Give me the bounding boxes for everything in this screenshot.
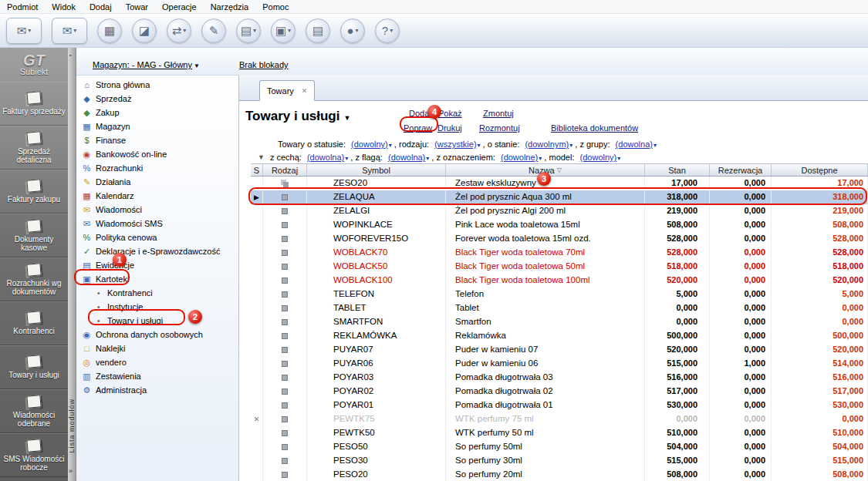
filter-z-grupy[interactable]: (dowolna)▾ [616,140,657,149]
menu-item-operacje[interactable]: Operacje [155,2,204,12]
dropdown-arrow-icon[interactable]: ▾ [253,27,256,34]
table-row-pewtk75[interactable]: ✕PEWTK75WTK perfumy 75 ml0,0000,0000,000 [251,412,868,426]
sidebar-item-faktury-zakupu[interactable]: Faktury zakupu [0,170,68,214]
tree-item-naklejki[interactable]: □Naklejki [76,341,238,355]
action-rozmontuj[interactable]: Rozmontuj [479,123,520,133]
table-row-puyar06[interactable]: PUYAR06Puder w kamieniu 06515,0001,00051… [251,357,868,371]
filter-z-flagą[interactable]: (dowolna)▾ [388,153,429,162]
filter-towary-o-statusie[interactable]: (dowolny)▾ [351,140,392,149]
tree-item-bankowość-on-line[interactable]: ◉Bankowość on-line [76,147,238,161]
action-zmontuj[interactable]: Zmontuj [483,109,514,118]
menu-item-towar[interactable]: Towar [119,2,155,12]
table-row-wopinklace[interactable]: WOPINKLACEPink Lace woda toaletowa 15ml5… [251,218,868,232]
tree-item-polityka-cenowa[interactable]: %Polityka cenowa [76,230,238,244]
tree-item-towary-i-usługi[interactable]: •Towary i usługi [76,314,238,328]
table-row-woblack70[interactable]: WOBLACK70Black Tiger woda toaletowa 70ml… [251,246,868,260]
warehouse-selector[interactable]: Magazyn: - MAG - Główny▼ [93,60,200,69]
filter-rodzaju[interactable]: (wszystkie)▾ [434,140,480,149]
dropdown-arrow-icon[interactable]: ▾ [28,27,31,34]
action-pokaż[interactable]: Pokaż [438,109,462,118]
filter-model[interactable]: (dowolny)▾ [580,153,621,162]
menu-item-dodaj[interactable]: Dodaj [83,2,119,12]
table-row-poyar02[interactable]: POYAR02Pomadka długotrwała 02517,0000,00… [251,385,868,399]
table-row-puyar07[interactable]: PUYAR07Puder w kamieniu 07520,0000,00052… [251,343,868,357]
tab-towary[interactable]: Towary ✕ [259,80,315,101]
tree-item-strona-główna[interactable]: ⌂Strona główna [76,78,238,92]
library-link[interactable]: Biblioteka dokumentów [551,123,638,133]
help-button[interactable]: ?▾ [375,18,400,43]
column-header-stan[interactable]: Stan [645,164,710,176]
close-icon[interactable]: ✕ [302,87,308,95]
tree-item-działania[interactable]: ✎Działania [76,175,238,189]
table-row-peso50[interactable]: PESO50So perfumy 50ml504,0000,000504,000 [251,440,868,454]
column-header-symbol[interactable]: Symbol [307,164,446,176]
filter-o-stanie[interactable]: (dowolnym)▾ [525,140,572,149]
module-list-strip[interactable]: ▪ Lista modułów » [68,48,76,481]
tree-item-kartoteki[interactable]: ▣Kartoteki [76,272,238,286]
dropdown-arrow-icon[interactable]: ▾ [356,27,359,34]
dropdown-arrow-icon[interactable]: ▾ [73,27,76,34]
menu-item-podmiot[interactable]: Podmiot [0,2,45,12]
tree-item-wiadomości[interactable]: ✉Wiadomości [76,203,238,217]
tree-item-rozrachunki[interactable]: %Rozrachunki [76,161,238,175]
column-header-s[interactable]: S [251,164,263,176]
tree-item-kontrahenci[interactable]: •Kontrahenci [76,286,238,300]
save-button[interactable]: ▦ [97,18,122,43]
sidebar-item-towary-i-usługi[interactable]: Towary i usługi [0,345,68,389]
table-row-reklamówka[interactable]: REKLAMÓWKAReklamówka500,0000,000500,000 [251,329,868,343]
table-row-woforever15o[interactable]: WOFOREVER15OForever woda toaletowa 15ml … [251,232,868,246]
tree-item-zakup[interactable]: ◆Zakup [76,106,238,119]
table-row-woblack100[interactable]: WOBLACK100Black Tiger woda toaletowa 100… [251,274,868,288]
sidebar-item-sprzedaż-detaliczna[interactable]: Sprzedaż detaliczna [0,126,68,170]
stamp-button[interactable]: ✎ [201,18,226,43]
column-header-rodzaj[interactable]: Rodzaj [263,164,307,176]
sidebar-item-kontrahenci[interactable]: Kontrahenci [0,301,68,345]
tree-item-instytucje[interactable]: •Instytucje [76,300,238,314]
online-button[interactable]: ●▾ [340,18,365,43]
dropdown-arrow-icon[interactable]: ▾ [390,27,393,34]
table-row-peso30[interactable]: PESO30So perfumy 30ml515,0000,000515,000 [251,454,868,468]
table-row-poyar01[interactable]: POYAR01Pomadka długotrwała 01530,0000,00… [251,399,868,412]
tree-item-magazyn[interactable]: ▦Magazyn [76,119,238,133]
filter-z-oznaczeniem[interactable]: (dowolne)▾ [501,153,542,162]
table-row-smartfon[interactable]: SMARTFONSmartfon0,0000,0000,000 [251,315,868,329]
expand-chevrons-icon[interactable]: » [69,467,73,475]
column-header-dostępne[interactable]: Dostępne [772,164,868,176]
tree-item-ochrona-danych-osobowych[interactable]: ◉Ochrona danych osobowych [76,328,238,341]
sidebar-item-dokumenty-kasowe[interactable]: Dokumenty kasowe [0,214,68,257]
sidebar-item-wiadomości-odebrane[interactable]: Wiadomości odebrane [0,389,68,433]
tree-item-vendero[interactable]: ◎vendero [76,355,238,369]
table-row-zelaqua[interactable]: ▶ZELAQUAŻel pod prysznic Aqua 300 ml318,… [251,190,868,204]
table-row-zeso20[interactable]: ZESO20Zestaw ekskluzywny17,0000,00017,00… [251,177,868,190]
transfer-button[interactable]: ⇄▾ [167,18,191,43]
erase-button[interactable]: ◪ [132,18,157,43]
dropdown-arrow-icon[interactable]: ▾ [183,27,186,34]
print-button[interactable]: ▤▾ [236,18,261,43]
menu-item-widok[interactable]: Widok [45,2,83,12]
table-row-peso20[interactable]: PESO20So perfumy 20ml508,0000,000508,000 [251,468,868,481]
tree-item-wiadomości-sms[interactable]: ✉Wiadomości SMS [76,217,238,230]
tree-item-finanse[interactable]: $Finanse [76,133,238,147]
table-row-woblack50[interactable]: WOBLACK50Black Tiger woda toaletowa 50ml… [251,260,868,274]
table-row-tablet[interactable]: TABLETTablet0,0000,0000,000 [251,301,868,315]
tree-item-deklaracje-i-e-sprawozdawczość[interactable]: ✓Deklaracje i e-Sprawozdawczość [76,244,238,258]
menu-item-narzędzia[interactable]: Narzędzia [204,2,256,12]
tree-item-sprzedaż[interactable]: ◆Sprzedaż [76,92,238,106]
mail-button[interactable]: ✉▾ [52,18,87,44]
sidebar-item-sms-wiadomości-robocze[interactable]: SMS Wiadomości robocze [0,433,68,477]
dropdown-arrow-icon[interactable]: ▾ [288,27,291,34]
action-popraw[interactable]: Popraw [404,123,432,133]
sidebar-item-faktury-sprzedaży[interactable]: Faktury sprzedaży [0,82,68,126]
sidebar-item-rozrachunki-wg-dokumentów[interactable]: Rozrachunki wg dokumentów [0,257,68,301]
lock-status-link[interactable]: Brak blokady [239,60,289,69]
print-list-button[interactable]: ▤ [306,18,330,43]
table-row-poyar03[interactable]: POYAR03Pomadka długotrwała 03516,0000,00… [251,371,868,385]
action-drukuj[interactable]: Drukuj [437,123,462,133]
copy-button[interactable]: ▣▾ [271,18,296,43]
tree-item-ewidencje[interactable]: ▤Ewidencje [76,258,238,272]
page-title[interactable]: Towary i usługi ▼ [245,109,350,124]
table-row-zelalgi[interactable]: ZELALGIŻel pod prysznic Algi 200 ml219,0… [251,204,868,218]
tree-item-kalendarz[interactable]: ▦Kalendarz [76,189,238,203]
table-row-telefon[interactable]: TELEFONTelefon5,0000,0005,000 [251,288,868,301]
menu-item-pomoc[interactable]: Pomoc [255,2,296,12]
